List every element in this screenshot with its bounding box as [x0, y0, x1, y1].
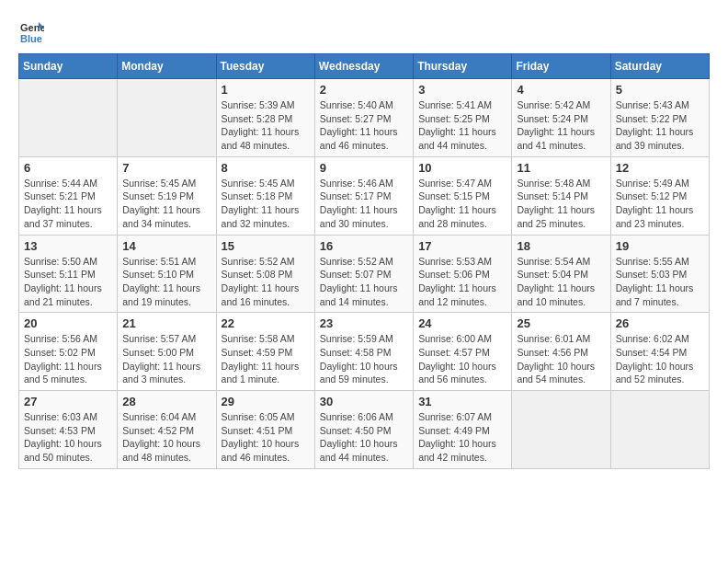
- day-number: 13: [24, 239, 112, 253]
- week-row-1: 1Sunrise: 5:39 AM Sunset: 5:28 PM Daylig…: [19, 79, 710, 157]
- day-cell: 16Sunrise: 5:52 AM Sunset: 5:07 PM Dayli…: [314, 235, 413, 313]
- day-number: 24: [418, 316, 506, 330]
- day-info: Sunrise: 6:04 AM Sunset: 4:52 PM Dayligh…: [122, 410, 210, 465]
- page-header: General Blue: [18, 18, 710, 44]
- day-number: 27: [24, 395, 112, 408]
- day-cell: 19Sunrise: 5:55 AM Sunset: 5:03 PM Dayli…: [610, 235, 709, 313]
- logo: General Blue: [18, 18, 48, 44]
- week-row-2: 6Sunrise: 5:44 AM Sunset: 5:21 PM Daylig…: [19, 156, 710, 235]
- day-cell: 4Sunrise: 5:42 AM Sunset: 5:24 PM Daylig…: [512, 79, 610, 157]
- day-number: 1: [222, 83, 310, 97]
- day-number: 3: [418, 83, 506, 97]
- day-cell: 20Sunrise: 5:56 AM Sunset: 5:02 PM Dayli…: [19, 313, 118, 391]
- day-info: Sunrise: 5:56 AM Sunset: 5:02 PM Dayligh…: [24, 332, 112, 386]
- day-info: Sunrise: 5:50 AM Sunset: 5:11 PM Dayligh…: [24, 255, 112, 309]
- day-number: 12: [616, 161, 704, 175]
- day-info: Sunrise: 5:52 AM Sunset: 5:08 PM Dayligh…: [222, 255, 310, 309]
- day-info: Sunrise: 5:43 AM Sunset: 5:22 PM Dayligh…: [616, 98, 704, 153]
- day-cell: [118, 79, 216, 157]
- day-info: Sunrise: 5:49 AM Sunset: 5:12 PM Dayligh…: [616, 177, 704, 231]
- day-info: Sunrise: 5:58 AM Sunset: 4:59 PM Dayligh…: [222, 332, 310, 386]
- day-number: 20: [24, 316, 112, 330]
- day-info: Sunrise: 5:39 AM Sunset: 5:28 PM Dayligh…: [222, 98, 310, 153]
- day-number: 25: [517, 316, 605, 330]
- svg-text:Blue: Blue: [20, 33, 42, 44]
- day-cell: 8Sunrise: 5:45 AM Sunset: 5:18 PM Daylig…: [216, 156, 314, 235]
- week-row-5: 27Sunrise: 6:03 AM Sunset: 4:53 PM Dayli…: [19, 391, 710, 469]
- logo-icon: General Blue: [18, 18, 44, 44]
- day-cell: 15Sunrise: 5:52 AM Sunset: 5:08 PM Dayli…: [216, 235, 314, 313]
- day-number: 17: [418, 239, 506, 253]
- day-info: Sunrise: 6:05 AM Sunset: 4:51 PM Dayligh…: [222, 410, 310, 465]
- day-info: Sunrise: 6:02 AM Sunset: 4:54 PM Dayligh…: [616, 332, 704, 386]
- day-cell: 22Sunrise: 5:58 AM Sunset: 4:59 PM Dayli…: [216, 313, 314, 391]
- day-cell: 25Sunrise: 6:01 AM Sunset: 4:56 PM Dayli…: [512, 313, 610, 391]
- day-number: 28: [122, 395, 210, 408]
- week-row-4: 20Sunrise: 5:56 AM Sunset: 5:02 PM Dayli…: [19, 313, 710, 391]
- day-cell: 12Sunrise: 5:49 AM Sunset: 5:12 PM Dayli…: [610, 156, 709, 235]
- day-info: Sunrise: 5:46 AM Sunset: 5:17 PM Dayligh…: [320, 177, 408, 231]
- day-number: 8: [222, 161, 310, 175]
- day-cell: 11Sunrise: 5:48 AM Sunset: 5:14 PM Dayli…: [512, 156, 610, 235]
- day-info: Sunrise: 5:45 AM Sunset: 5:19 PM Dayligh…: [122, 177, 210, 231]
- day-number: 31: [418, 395, 506, 408]
- weekday-header-friday: Friday: [512, 54, 610, 79]
- day-cell: 7Sunrise: 5:45 AM Sunset: 5:19 PM Daylig…: [118, 156, 216, 235]
- day-number: 30: [320, 395, 408, 408]
- day-number: 11: [517, 161, 605, 175]
- day-number: 9: [320, 161, 408, 175]
- day-info: Sunrise: 5:42 AM Sunset: 5:24 PM Dayligh…: [517, 98, 605, 153]
- day-number: 10: [418, 161, 506, 175]
- day-cell: 18Sunrise: 5:54 AM Sunset: 5:04 PM Dayli…: [512, 235, 610, 313]
- day-cell: 9Sunrise: 5:46 AM Sunset: 5:17 PM Daylig…: [314, 156, 413, 235]
- week-row-3: 13Sunrise: 5:50 AM Sunset: 5:11 PM Dayli…: [19, 235, 710, 313]
- day-cell: 27Sunrise: 6:03 AM Sunset: 4:53 PM Dayli…: [19, 391, 118, 469]
- day-number: 29: [222, 395, 310, 408]
- day-cell: 2Sunrise: 5:40 AM Sunset: 5:27 PM Daylig…: [314, 79, 413, 157]
- day-number: 5: [616, 83, 704, 97]
- day-cell: 31Sunrise: 6:07 AM Sunset: 4:49 PM Dayli…: [414, 391, 512, 469]
- weekday-header-sunday: Sunday: [19, 54, 118, 79]
- day-info: Sunrise: 5:45 AM Sunset: 5:18 PM Dayligh…: [222, 177, 310, 231]
- day-info: Sunrise: 6:03 AM Sunset: 4:53 PM Dayligh…: [24, 410, 112, 465]
- day-cell: 13Sunrise: 5:50 AM Sunset: 5:11 PM Dayli…: [19, 235, 118, 313]
- weekday-header-wednesday: Wednesday: [314, 54, 413, 79]
- day-cell: 26Sunrise: 6:02 AM Sunset: 4:54 PM Dayli…: [610, 313, 709, 391]
- day-cell: 21Sunrise: 5:57 AM Sunset: 5:00 PM Dayli…: [118, 313, 216, 391]
- weekday-header-thursday: Thursday: [414, 54, 512, 79]
- day-info: Sunrise: 5:53 AM Sunset: 5:06 PM Dayligh…: [418, 255, 506, 309]
- day-cell: [610, 391, 709, 469]
- day-info: Sunrise: 6:07 AM Sunset: 4:49 PM Dayligh…: [418, 410, 506, 465]
- day-cell: 6Sunrise: 5:44 AM Sunset: 5:21 PM Daylig…: [19, 156, 118, 235]
- calendar-body: 1Sunrise: 5:39 AM Sunset: 5:28 PM Daylig…: [19, 79, 710, 469]
- day-number: 19: [616, 239, 704, 253]
- day-info: Sunrise: 5:48 AM Sunset: 5:14 PM Dayligh…: [517, 177, 605, 231]
- day-cell: [19, 79, 118, 157]
- day-cell: 5Sunrise: 5:43 AM Sunset: 5:22 PM Daylig…: [610, 79, 709, 157]
- day-number: 18: [517, 239, 605, 253]
- day-info: Sunrise: 5:40 AM Sunset: 5:27 PM Dayligh…: [320, 98, 408, 153]
- day-number: 23: [320, 316, 408, 330]
- weekday-header-row: SundayMondayTuesdayWednesdayThursdayFrid…: [19, 54, 710, 79]
- weekday-header-monday: Monday: [118, 54, 216, 79]
- day-info: Sunrise: 5:41 AM Sunset: 5:25 PM Dayligh…: [418, 98, 506, 153]
- calendar-header: SundayMondayTuesdayWednesdayThursdayFrid…: [19, 54, 710, 79]
- day-info: Sunrise: 5:54 AM Sunset: 5:04 PM Dayligh…: [517, 255, 605, 309]
- day-info: Sunrise: 6:01 AM Sunset: 4:56 PM Dayligh…: [517, 332, 605, 386]
- day-number: 7: [122, 161, 210, 175]
- day-info: Sunrise: 5:57 AM Sunset: 5:00 PM Dayligh…: [122, 332, 210, 386]
- day-cell: 3Sunrise: 5:41 AM Sunset: 5:25 PM Daylig…: [414, 79, 512, 157]
- day-number: 21: [122, 316, 210, 330]
- day-info: Sunrise: 6:00 AM Sunset: 4:57 PM Dayligh…: [418, 332, 506, 386]
- day-number: 4: [517, 83, 605, 97]
- day-number: 16: [320, 239, 408, 253]
- day-cell: 1Sunrise: 5:39 AM Sunset: 5:28 PM Daylig…: [216, 79, 314, 157]
- day-info: Sunrise: 5:59 AM Sunset: 4:58 PM Dayligh…: [320, 332, 408, 386]
- weekday-header-saturday: Saturday: [610, 54, 709, 79]
- day-info: Sunrise: 6:06 AM Sunset: 4:50 PM Dayligh…: [320, 410, 408, 465]
- day-info: Sunrise: 5:55 AM Sunset: 5:03 PM Dayligh…: [616, 255, 704, 309]
- day-cell: 29Sunrise: 6:05 AM Sunset: 4:51 PM Dayli…: [216, 391, 314, 469]
- day-cell: 24Sunrise: 6:00 AM Sunset: 4:57 PM Dayli…: [414, 313, 512, 391]
- day-info: Sunrise: 5:44 AM Sunset: 5:21 PM Dayligh…: [24, 177, 112, 231]
- day-cell: 23Sunrise: 5:59 AM Sunset: 4:58 PM Dayli…: [314, 313, 413, 391]
